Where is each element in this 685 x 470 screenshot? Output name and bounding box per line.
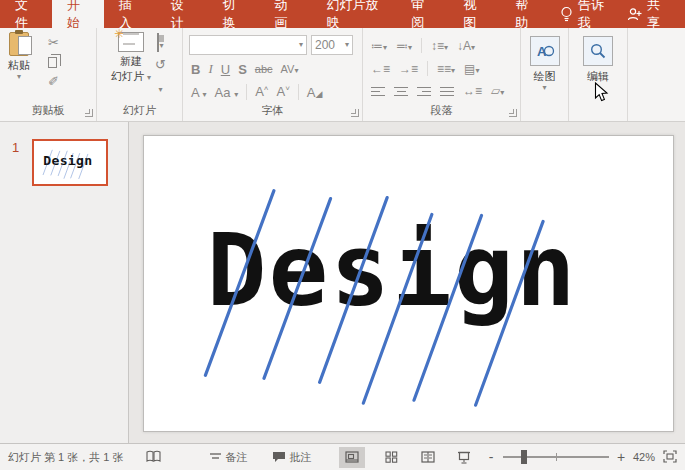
zoom-slider[interactable] <box>503 456 609 458</box>
paragraph-dialog-launcher[interactable] <box>509 109 517 117</box>
font-size-combobox[interactable]: 200▾ <box>311 35 353 55</box>
new-slide-label-line2: 幻灯片 ▾ <box>111 69 151 84</box>
italic-button[interactable]: I <box>208 61 212 77</box>
slide-thumbnail[interactable]: Design <box>32 139 108 186</box>
decrease-indent-icon[interactable]: ←≡ <box>371 62 390 76</box>
font-format-row: B I U S abc AV▾ <box>191 61 298 77</box>
shrink-font-button[interactable]: A˅ <box>277 84 290 99</box>
grow-font-button[interactable]: A˄ <box>255 84 268 99</box>
tab-transitions[interactable]: 切换 <box>208 0 260 28</box>
paste-icon <box>9 32 29 56</box>
distribute-icon[interactable]: ↔≡ <box>463 84 482 98</box>
zoom-slider-thumb[interactable] <box>521 450 527 464</box>
font-name-dropdown-arrow[interactable]: ▾ <box>299 41 303 49</box>
numbering-icon[interactable]: ≕▾ <box>396 39 412 53</box>
clipboard-dialog-launcher[interactable] <box>85 109 93 117</box>
thumbnail-preview: Design <box>35 143 105 182</box>
font-group-label: 字体 <box>183 103 362 118</box>
slide-thumbnail-panel: 1 Design <box>0 122 129 443</box>
slide-sorter-view-button[interactable] <box>379 447 405 468</box>
tab-file[interactable]: 文件 <box>0 0 52 28</box>
paragraph-row1: ≔▾ ≕▾ ↕≡▾ ↓A▾ <box>371 38 475 53</box>
status-bar: 幻灯片 第 1 张，共 1 张 备注 批注 - + 42% <box>0 443 685 470</box>
font-group: ▾ 200▾ B I U S abc AV▾ A ▾ Aa ▾ A˄ A˅ A◢… <box>183 28 363 121</box>
font-size-value: 200 <box>315 38 335 52</box>
editing-group-button[interactable]: 编辑 ▾ <box>569 28 628 121</box>
tab-home[interactable]: 开始 <box>52 0 104 28</box>
section-button[interactable]: ▾ <box>158 78 162 96</box>
text-shadow-button[interactable]: S <box>238 62 247 77</box>
align-text-icon[interactable]: ▤▾ <box>464 62 479 76</box>
format-painter-icon[interactable]: ✐ <box>48 75 59 89</box>
tab-insert[interactable]: 插入 <box>104 0 156 28</box>
normal-view-button[interactable] <box>339 447 365 468</box>
font-format-row2: A ▾ Aa ▾ A˄ A˅ A◢ <box>191 84 322 100</box>
mouse-cursor <box>594 82 609 107</box>
clear-formatting-button[interactable]: A◢ <box>307 85 323 100</box>
slide-canvas-area: Design <box>130 122 685 443</box>
paste-label: 粘贴 <box>8 58 30 73</box>
zoom-level-value[interactable]: 42% <box>633 451 655 463</box>
editing-magnifier-icon <box>583 36 613 66</box>
lightbulb-icon <box>560 6 573 22</box>
text-direction-icon[interactable]: ↓A▾ <box>457 39 475 53</box>
slide-number: 1 <box>12 140 19 155</box>
tab-design[interactable]: 设计 <box>156 0 208 28</box>
increase-indent-icon[interactable]: →≡ <box>399 62 418 76</box>
columns-icon[interactable]: ≡≡▾ <box>437 62 455 76</box>
font-size-dropdown-arrow[interactable]: ▾ <box>345 41 349 49</box>
drawing-icon: A <box>530 36 560 66</box>
paste-dropdown-arrow[interactable]: ▾ <box>17 73 21 81</box>
tab-animations[interactable]: 动画 <box>260 0 312 28</box>
fit-to-window-button[interactable] <box>663 450 677 465</box>
tab-review[interactable]: 审阅 <box>396 0 448 28</box>
paragraph-row3: ↔≡ ▱▾ <box>371 84 504 99</box>
paragraph-group: ≔▾ ≕▾ ↕≡▾ ↓A▾ ←≡ →≡ ≡≡▾ ▤▾ ↔≡ ▱▾ 段落 <box>363 28 521 121</box>
clipboard-group: 粘贴 ▾ ✂ ✐ 剪贴板 <box>0 28 97 121</box>
new-slide-icon: ✳ <box>118 32 144 52</box>
change-case-button[interactable]: Aa ▾ <box>215 85 239 100</box>
align-center-icon[interactable] <box>394 84 408 99</box>
tab-slideshow[interactable]: 幻灯片放映 <box>312 0 397 28</box>
font-color-button[interactable]: A ▾ <box>191 85 207 100</box>
tab-view[interactable]: 视图 <box>448 0 500 28</box>
font-name-combobox[interactable]: ▾ <box>189 35 307 55</box>
zoom-in-button[interactable]: + <box>615 449 627 465</box>
line-spacing-icon[interactable]: ↕≡▾ <box>431 39 448 53</box>
reading-view-button[interactable] <box>415 447 441 468</box>
bold-button[interactable]: B <box>191 62 200 77</box>
tab-help[interactable]: 帮助 <box>500 0 552 28</box>
align-right-icon[interactable] <box>417 84 431 99</box>
new-slide-button[interactable]: ✳ 新建 幻灯片 ▾ <box>111 32 151 84</box>
font-dialog-launcher[interactable] <box>351 109 359 117</box>
justify-icon[interactable] <box>440 84 454 99</box>
clipboard-mini-buttons: ✂ ✐ <box>48 36 59 89</box>
ribbon-tab-bar: 文件 开始 插入 设计 切换 动画 幻灯片放映 审阅 视图 帮助 告诉我 共享 <box>0 0 685 28</box>
slides-mini-buttons: ▾ ↺ ▾ <box>155 34 166 96</box>
align-left-icon[interactable] <box>371 84 385 99</box>
notes-icon <box>209 452 222 463</box>
underline-button[interactable]: U <box>221 62 230 77</box>
clipboard-group-label: 剪贴板 <box>0 103 96 118</box>
slide-editing-surface[interactable]: Design <box>143 135 674 432</box>
strikethrough-button[interactable]: abc <box>255 63 273 75</box>
slideshow-view-button[interactable] <box>451 447 477 468</box>
smartart-convert-icon[interactable]: ▱▾ <box>491 84 504 98</box>
layout-button[interactable]: ▾ <box>157 34 163 52</box>
spell-check-icon[interactable] <box>146 450 161 465</box>
copy-icon[interactable] <box>48 57 57 68</box>
reset-slide-icon[interactable]: ↺ <box>155 58 166 72</box>
slides-group-label: 幻灯片 <box>97 103 182 118</box>
paste-button[interactable]: 粘贴 ▾ <box>8 32 30 81</box>
powerpoint-window: { "tabs": { "items": [ {"label":"文件"}, {… <box>0 0 685 470</box>
drawing-group-button[interactable]: A 绘图 ▾ <box>521 28 569 121</box>
new-slide-label-line1: 新建 <box>120 54 142 69</box>
comments-button[interactable]: 批注 <box>272 450 312 465</box>
share-person-icon <box>627 7 642 21</box>
bullets-icon[interactable]: ≔▾ <box>371 39 387 53</box>
notes-button[interactable]: 备注 <box>209 450 248 465</box>
slide-counter: 幻灯片 第 1 张，共 1 张 <box>8 450 124 465</box>
zoom-out-button[interactable]: - <box>485 449 497 465</box>
cut-icon[interactable]: ✂ <box>48 36 59 50</box>
character-spacing-button[interactable]: AV▾ <box>281 63 299 75</box>
